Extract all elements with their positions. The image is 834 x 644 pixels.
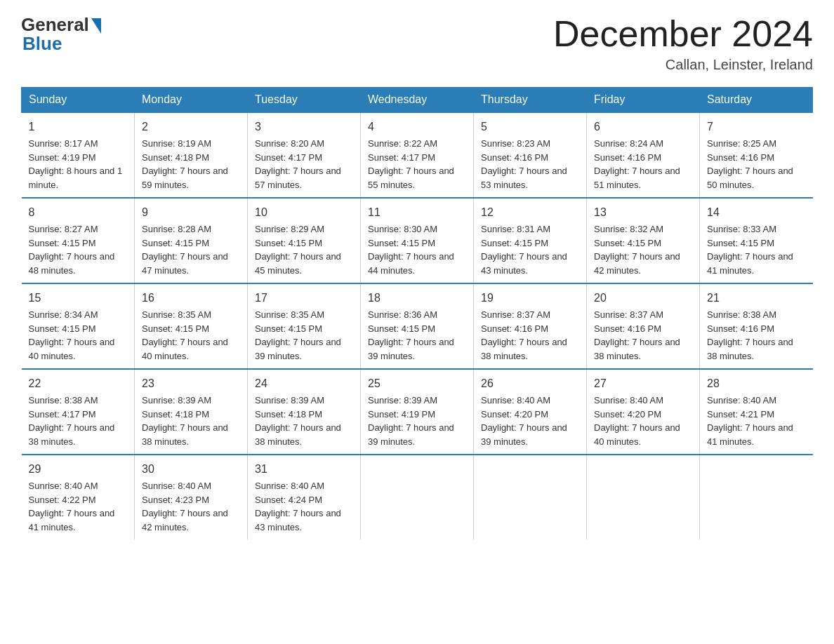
day-sunset: Sunset: 4:15 PM bbox=[142, 238, 209, 248]
day-number: 3 bbox=[255, 119, 353, 135]
day-daylight: Daylight: 7 hours and 42 minutes. bbox=[594, 251, 680, 276]
calendar-cell: 30 Sunrise: 8:40 AM Sunset: 4:23 PM Dayl… bbox=[135, 455, 248, 539]
day-sunset: Sunset: 4:15 PM bbox=[481, 238, 548, 248]
day-daylight: Daylight: 7 hours and 38 minutes. bbox=[255, 422, 341, 447]
day-sunrise: Sunrise: 8:33 AM bbox=[707, 224, 776, 234]
day-daylight: Daylight: 7 hours and 41 minutes. bbox=[29, 508, 115, 532]
day-daylight: Daylight: 7 hours and 43 minutes. bbox=[481, 251, 567, 276]
day-number: 6 bbox=[594, 119, 692, 135]
calendar-cell: 6 Sunrise: 8:24 AM Sunset: 4:16 PM Dayli… bbox=[587, 112, 700, 198]
day-number: 1 bbox=[29, 119, 128, 135]
day-daylight: Daylight: 7 hours and 51 minutes. bbox=[594, 166, 680, 190]
day-sunset: Sunset: 4:18 PM bbox=[142, 152, 209, 163]
day-sunrise: Sunrise: 8:25 AM bbox=[707, 138, 776, 149]
calendar-cell: 29 Sunrise: 8:40 AM Sunset: 4:22 PM Dayl… bbox=[22, 455, 135, 539]
calendar-body: 1 Sunrise: 8:17 AM Sunset: 4:19 PM Dayli… bbox=[22, 112, 813, 539]
month-title: December 2024 bbox=[553, 14, 813, 54]
calendar-cell: 18 Sunrise: 8:36 AM Sunset: 4:15 PM Dayl… bbox=[361, 283, 474, 369]
day-daylight: Daylight: 7 hours and 40 minutes. bbox=[594, 422, 680, 447]
day-number: 17 bbox=[255, 290, 353, 307]
day-number: 30 bbox=[142, 461, 240, 478]
calendar-cell: 23 Sunrise: 8:39 AM Sunset: 4:18 PM Dayl… bbox=[135, 369, 248, 455]
day-number: 19 bbox=[481, 290, 579, 307]
day-number: 23 bbox=[142, 375, 240, 392]
calendar-cell bbox=[700, 455, 813, 539]
day-sunset: Sunset: 4:17 PM bbox=[29, 409, 96, 420]
header-wednesday: Wednesday bbox=[361, 88, 474, 113]
day-number: 2 bbox=[142, 119, 240, 135]
calendar-row-3: 15 Sunrise: 8:34 AM Sunset: 4:15 PM Dayl… bbox=[22, 283, 813, 369]
day-daylight: Daylight: 7 hours and 39 minutes. bbox=[368, 337, 454, 361]
day-daylight: Daylight: 7 hours and 41 minutes. bbox=[707, 251, 793, 276]
calendar-cell: 15 Sunrise: 8:34 AM Sunset: 4:15 PM Dayl… bbox=[22, 283, 135, 369]
calendar-row-1: 1 Sunrise: 8:17 AM Sunset: 4:19 PM Dayli… bbox=[22, 112, 813, 198]
day-daylight: Daylight: 7 hours and 50 minutes. bbox=[707, 166, 793, 190]
calendar-cell: 25 Sunrise: 8:39 AM Sunset: 4:19 PM Dayl… bbox=[361, 369, 474, 455]
calendar-cell: 1 Sunrise: 8:17 AM Sunset: 4:19 PM Dayli… bbox=[22, 112, 135, 198]
day-sunset: Sunset: 4:16 PM bbox=[594, 323, 661, 334]
day-sunset: Sunset: 4:15 PM bbox=[707, 238, 774, 248]
day-number: 29 bbox=[29, 461, 128, 478]
day-sunset: Sunset: 4:15 PM bbox=[255, 323, 322, 334]
day-number: 14 bbox=[707, 204, 806, 221]
day-daylight: Daylight: 7 hours and 45 minutes. bbox=[255, 251, 341, 276]
day-daylight: Daylight: 7 hours and 38 minutes. bbox=[707, 337, 793, 361]
day-sunrise: Sunrise: 8:38 AM bbox=[29, 395, 98, 405]
day-daylight: Daylight: 7 hours and 39 minutes. bbox=[481, 422, 567, 447]
calendar-cell: 8 Sunrise: 8:27 AM Sunset: 4:15 PM Dayli… bbox=[22, 198, 135, 283]
day-number: 4 bbox=[368, 119, 466, 135]
day-daylight: Daylight: 7 hours and 38 minutes. bbox=[142, 422, 228, 447]
day-daylight: Daylight: 7 hours and 38 minutes. bbox=[481, 337, 567, 361]
day-sunrise: Sunrise: 8:40 AM bbox=[29, 481, 98, 491]
day-daylight: Daylight: 7 hours and 59 minutes. bbox=[142, 166, 228, 190]
header-thursday: Thursday bbox=[474, 88, 587, 113]
logo: General Blue bbox=[21, 14, 101, 55]
day-sunset: Sunset: 4:15 PM bbox=[29, 323, 96, 334]
day-sunrise: Sunrise: 8:32 AM bbox=[594, 224, 663, 234]
calendar-cell bbox=[587, 455, 700, 539]
day-number: 21 bbox=[707, 290, 806, 307]
day-sunrise: Sunrise: 8:37 AM bbox=[594, 309, 663, 320]
day-number: 26 bbox=[481, 375, 579, 392]
day-sunrise: Sunrise: 8:35 AM bbox=[142, 309, 211, 320]
header-monday: Monday bbox=[135, 88, 248, 113]
calendar-row-2: 8 Sunrise: 8:27 AM Sunset: 4:15 PM Dayli… bbox=[22, 198, 813, 283]
day-sunset: Sunset: 4:15 PM bbox=[255, 238, 322, 248]
day-sunrise: Sunrise: 8:37 AM bbox=[481, 309, 550, 320]
day-sunrise: Sunrise: 8:31 AM bbox=[481, 224, 550, 234]
day-sunset: Sunset: 4:16 PM bbox=[707, 152, 774, 163]
day-number: 18 bbox=[368, 290, 466, 307]
day-sunrise: Sunrise: 8:23 AM bbox=[481, 138, 550, 149]
day-sunrise: Sunrise: 8:40 AM bbox=[594, 395, 663, 405]
day-sunset: Sunset: 4:20 PM bbox=[594, 409, 661, 420]
day-sunset: Sunset: 4:22 PM bbox=[29, 495, 96, 505]
logo-triangle-icon bbox=[91, 18, 101, 34]
day-daylight: Daylight: 7 hours and 40 minutes. bbox=[29, 337, 115, 361]
day-number: 22 bbox=[29, 375, 128, 392]
day-sunrise: Sunrise: 8:28 AM bbox=[142, 224, 211, 234]
day-number: 13 bbox=[594, 204, 692, 221]
day-daylight: Daylight: 7 hours and 40 minutes. bbox=[142, 337, 228, 361]
calendar-cell bbox=[474, 455, 587, 539]
day-number: 20 bbox=[594, 290, 692, 307]
day-sunrise: Sunrise: 8:27 AM bbox=[29, 224, 98, 234]
day-sunrise: Sunrise: 8:40 AM bbox=[255, 481, 324, 491]
header-saturday: Saturday bbox=[700, 88, 813, 113]
calendar-cell: 27 Sunrise: 8:40 AM Sunset: 4:20 PM Dayl… bbox=[587, 369, 700, 455]
day-daylight: Daylight: 7 hours and 55 minutes. bbox=[368, 166, 454, 190]
calendar-cell: 14 Sunrise: 8:33 AM Sunset: 4:15 PM Dayl… bbox=[700, 198, 813, 283]
day-sunrise: Sunrise: 8:19 AM bbox=[142, 138, 211, 149]
calendar-cell: 9 Sunrise: 8:28 AM Sunset: 4:15 PM Dayli… bbox=[135, 198, 248, 283]
header-tuesday: Tuesday bbox=[248, 88, 361, 113]
calendar-header: Sunday Monday Tuesday Wednesday Thursday… bbox=[22, 88, 813, 113]
day-number: 5 bbox=[481, 119, 579, 135]
day-sunrise: Sunrise: 8:30 AM bbox=[368, 224, 437, 234]
day-sunrise: Sunrise: 8:34 AM bbox=[29, 309, 98, 320]
calendar-row-4: 22 Sunrise: 8:38 AM Sunset: 4:17 PM Dayl… bbox=[22, 369, 813, 455]
calendar-cell: 2 Sunrise: 8:19 AM Sunset: 4:18 PM Dayli… bbox=[135, 112, 248, 198]
calendar-cell: 19 Sunrise: 8:37 AM Sunset: 4:16 PM Dayl… bbox=[474, 283, 587, 369]
logo-blue-text: Blue bbox=[22, 33, 62, 55]
day-sunrise: Sunrise: 8:40 AM bbox=[707, 395, 776, 405]
day-sunrise: Sunrise: 8:22 AM bbox=[368, 138, 437, 149]
day-sunset: Sunset: 4:15 PM bbox=[368, 238, 435, 248]
